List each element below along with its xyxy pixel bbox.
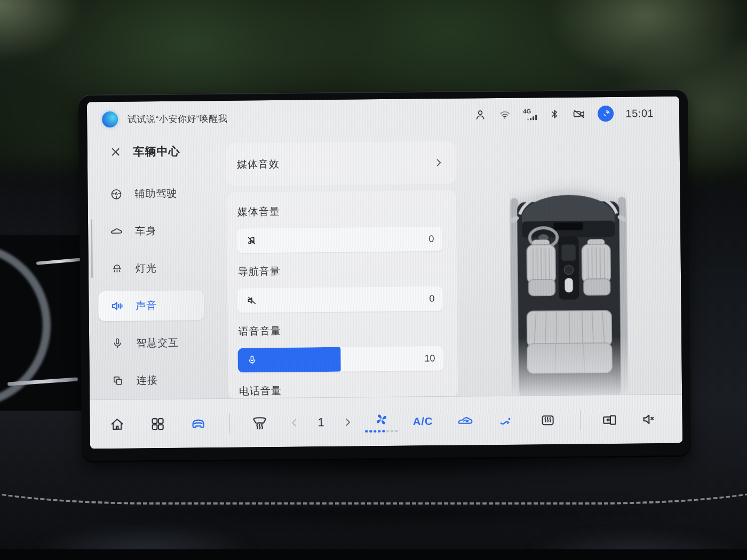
chevron-right-icon <box>433 157 444 168</box>
sidebar-item-lights[interactable]: 灯光 <box>89 249 228 287</box>
sidebar-item-sound[interactable]: 声音 <box>89 286 228 325</box>
user-icon <box>474 108 487 121</box>
screen-switch-icon <box>601 411 618 428</box>
screen-content: 试试说“小安你好”唤醒我 4 <box>87 97 682 449</box>
mute-button[interactable] <box>640 411 657 428</box>
phone-volume-label: 电话音量 <box>239 384 282 398</box>
media-volume-label: 媒体音量 <box>237 205 280 219</box>
voice-volume-slider[interactable]: 10 <box>237 346 443 373</box>
voice-assistant-hint: 试试说“小安你好”唤醒我 <box>128 112 228 125</box>
dock-divider <box>580 410 581 430</box>
screen-switch-button[interactable] <box>601 411 618 428</box>
volume-card: 媒体音量 0 导航音量 <box>226 190 458 399</box>
media-volume-value: 0 <box>428 234 434 245</box>
nav-volume-value: 0 <box>429 293 434 305</box>
screen-bezel: 试试说“小安你好”唤醒我 4 <box>78 89 692 463</box>
vehicle-icon <box>189 415 206 432</box>
bluetooth-icon <box>549 108 560 121</box>
music-muted-icon <box>245 234 258 247</box>
sidebar-item-label: 连接 <box>137 373 158 387</box>
fan-increase-button[interactable] <box>341 415 354 428</box>
sidebar-item-label: 声音 <box>136 299 157 313</box>
close-icon[interactable] <box>110 146 122 158</box>
dock-divider <box>229 413 230 433</box>
clock: 15:01 <box>625 107 654 120</box>
cellular-4g-icon: 4G <box>523 108 537 120</box>
sound-icon <box>110 299 124 313</box>
sidebar-item-label: 灯光 <box>136 261 157 275</box>
media-volume-slider[interactable]: 0 <box>236 227 442 253</box>
chevron-right-icon <box>341 415 354 428</box>
fan-speed-button[interactable] <box>365 411 398 433</box>
car-body-icon <box>109 225 123 238</box>
wifi-icon <box>498 108 511 121</box>
status-icons: 4G <box>474 105 654 123</box>
sidebar-item-driver-assist[interactable]: A 辅助驾驶 <box>88 174 227 213</box>
front-defrost-button[interactable] <box>251 414 268 431</box>
connected-service-icon <box>598 106 614 122</box>
fan-speed-dots <box>365 430 398 433</box>
camera-off-icon <box>572 107 586 120</box>
sidebar-item-connection[interactable]: 连接 <box>90 361 229 399</box>
media-effect-label: 媒体音效 <box>237 157 280 172</box>
fan-level-value: 1 <box>317 415 324 429</box>
volume-muted-icon <box>640 411 657 428</box>
dock: 1 <box>90 394 682 449</box>
rear-defrost-icon <box>539 412 555 428</box>
sidebar-item-smart-interaction[interactable]: 智慧交互 <box>89 324 228 362</box>
car-interior-topview <box>456 135 682 397</box>
sidebar-item-label: 车身 <box>135 224 156 238</box>
ac-label: A/C <box>413 415 433 427</box>
voice-volume-label: 语音音量 <box>239 324 281 339</box>
driver-assist-icon: A <box>109 187 123 201</box>
home-icon <box>109 416 125 432</box>
chevron-left-icon <box>288 416 301 429</box>
speaker-muted-icon <box>245 294 258 307</box>
voice-assistant-button[interactable]: 试试说“小安你好”唤醒我 <box>102 110 228 127</box>
home-button[interactable] <box>109 416 125 432</box>
sidebar: 车辆中心 A 辅助驾驶 <box>88 139 229 399</box>
recirculation-icon <box>456 412 474 430</box>
dashboard-photo: 试试说“小安你好”唤醒我 4 <box>0 0 747 560</box>
sidebar-menu: A 辅助驾驶 车身 <box>88 174 228 399</box>
vehicle-button[interactable] <box>189 415 206 432</box>
microphone-icon <box>246 354 258 366</box>
infotainment-display: 试试说“小安你好”唤醒我 4 <box>78 89 692 463</box>
sidebar-item-label: 智慧交互 <box>136 336 179 350</box>
recirculation-button[interactable] <box>456 412 474 430</box>
svg-text:A: A <box>114 190 118 196</box>
fan-icon <box>373 411 389 427</box>
front-defrost-icon <box>251 414 268 431</box>
media-effect-row[interactable]: 媒体音效 <box>226 141 456 186</box>
nav-volume-slider[interactable]: 0 <box>237 286 443 313</box>
dashboard-edge <box>0 549 747 560</box>
smart-interaction-icon <box>110 337 124 350</box>
apps-grid-icon <box>150 415 166 431</box>
nav-volume-label: 导航音量 <box>238 265 281 279</box>
lights-icon <box>110 262 124 275</box>
status-bar: 试试说“小安你好”唤醒我 4 <box>87 97 680 141</box>
connection-icon <box>111 374 125 387</box>
rear-defrost-button[interactable] <box>539 412 555 428</box>
fan-decrease-button[interactable] <box>288 416 301 429</box>
airflow-button[interactable] <box>497 412 513 428</box>
voice-assistant-avatar[interactable] <box>102 111 118 127</box>
ac-button[interactable]: A/C <box>413 415 433 427</box>
sidebar-header: 车辆中心 <box>110 144 180 159</box>
voice-volume-value: 10 <box>424 353 435 364</box>
sound-settings-panel: 媒体音效 媒体音量 <box>226 137 458 399</box>
sidebar-item-label: 辅助驾驶 <box>134 187 177 201</box>
apps-button[interactable] <box>150 415 166 431</box>
page-title: 车辆中心 <box>133 144 180 159</box>
sidebar-item-car-body[interactable]: 车身 <box>88 212 227 250</box>
airflow-icon <box>497 412 513 428</box>
